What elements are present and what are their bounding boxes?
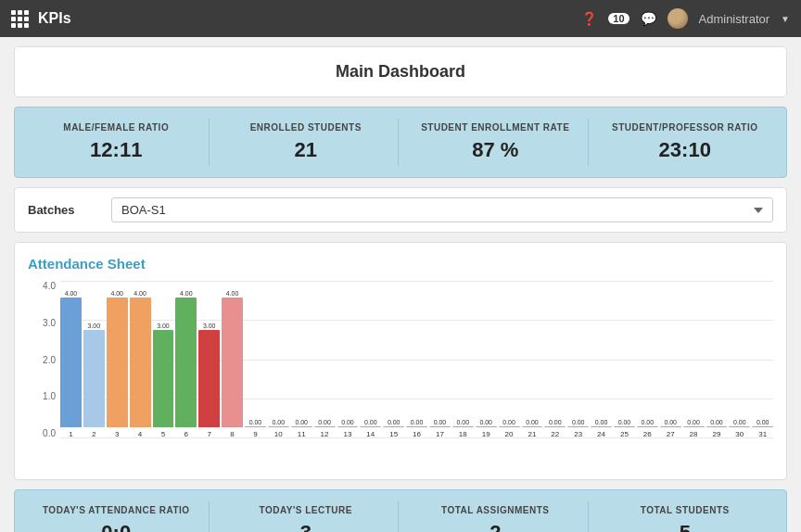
bottom-value: 5 [603,521,769,532]
bottom-label: Today's Attendance Ratio [33,505,199,515]
chart-bars: 4.0013.0024.0034.0043.0054.0063.0074.008… [60,295,773,438]
bar-top-label: 0.00 [364,419,377,425]
bar-bottom-label: 15 [389,430,398,438]
kpi-value: 21 [223,138,389,162]
kpi-item: Male/Female Ratio 12:11 [24,119,210,166]
bar-bottom-label: 30 [735,430,744,438]
y-axis-label: 3.0 [43,318,56,328]
bar-top-label: 4.00 [134,290,146,297]
bar-bottom-label: 28 [690,430,698,438]
bar-group: 4.003 [107,290,128,438]
bottom-stat-item: Today's Lecture 3 [214,501,400,532]
batches-label: Batches [28,203,102,217]
bar [337,426,359,427]
bar [522,426,543,427]
bar-top-label: 0.00 [388,419,400,425]
notification-badge[interactable]: 10 [608,13,629,24]
chat-icon[interactable]: 💬 [641,11,656,26]
bar-bottom-label: 9 [253,430,257,438]
bar-bottom-label: 27 [667,430,675,438]
bar-group: 0.0024 [591,419,612,438]
bar-top-label: 0.00 [710,419,723,425]
bar-top-label: 0.00 [273,419,286,425]
bar [83,330,105,427]
bar [383,426,404,427]
bar-bottom-label: 29 [712,430,720,438]
bottom-value: 2 [413,521,578,532]
bar [660,426,681,427]
bar-bottom-label: 6 [184,430,188,438]
bar [60,298,82,427]
kpi-label: Enrolled Students [223,122,389,133]
bottom-label: Total Students [603,505,769,515]
bar-top-label: 0.00 [642,419,655,425]
bar [198,330,220,427]
bar-bottom-label: 13 [343,430,351,438]
app-title: KPIs [38,10,71,27]
bar [544,426,566,427]
bar-top-label: 0.00 [526,419,539,425]
bar-top-label: 0.00 [249,419,262,425]
bar-top-label: 3.00 [157,323,170,329]
bar [476,426,497,427]
bottom-label: Today's Lecture [223,505,389,515]
y-axis-label: 4.0 [43,281,56,291]
avatar[interactable] [668,8,688,29]
bar-bottom-label: 22 [551,430,559,438]
bar-group: 0.0021 [522,419,543,438]
bottom-value: 3 [223,521,389,532]
bar-bottom-label: 7 [207,430,210,438]
bar-bottom-label: 14 [366,430,375,438]
bar-top-label: 4.00 [226,290,239,297]
bar-group: 4.001 [60,290,82,438]
bar-top-label: 0.00 [479,419,492,425]
bar [406,426,427,427]
bar [291,426,312,427]
question-icon[interactable]: ❓ [581,11,597,26]
bar-bottom-label: 12 [321,430,329,438]
bottom-row: Today's Attendance Ratio 0:0Today's Lect… [14,489,787,532]
bar-top-label: 0.00 [549,419,562,425]
grid-icon[interactable] [11,10,29,28]
bar-top-label: 0.00 [502,419,515,425]
dashboard-title: Main Dashboard [30,62,771,82]
bar [360,426,381,427]
admin-label: Administrator [699,12,770,26]
bar-bottom-label: 5 [161,430,165,438]
kpi-label: Male/Female Ratio [33,122,199,133]
bar-bottom-label: 20 [505,430,514,438]
bar-group: 0.0014 [360,419,381,438]
batches-row: Batches BOA-S1BOA-S2BOA-S3 [14,187,787,233]
bar [153,330,174,427]
bar-top-label: 4.00 [180,290,193,297]
y-axis-label: 1.0 [43,391,56,401]
kpi-value: 12:11 [33,138,199,162]
bar [729,426,750,427]
kpi-item: Student/Professor Ratio 23:10 [593,119,778,166]
bar-group: 0.0016 [406,419,427,438]
nav-right: ❓ 10 💬 Administrator ▼ [581,8,790,29]
bar-bottom-label: 17 [436,430,444,438]
bar-group: 0.0026 [637,419,658,438]
bar-top-label: 0.00 [618,419,631,425]
attendance-title: Attendance Sheet [28,256,773,272]
title-card: Main Dashboard [14,46,787,97]
bar-top-label: 3.00 [88,323,101,329]
bar-bottom-label: 4 [138,430,142,438]
batches-select[interactable]: BOA-S1BOA-S2BOA-S3 [111,197,773,222]
bar-group: 3.005 [153,323,174,438]
y-axis-label: 0.0 [43,428,56,438]
bar-bottom-label: 10 [274,430,283,438]
bar-top-label: 0.00 [457,419,470,425]
bar [591,426,612,427]
bar [245,426,266,427]
bar-bottom-label: 21 [528,430,536,438]
bar-top-label: 0.00 [295,419,308,425]
bar-top-label: 0.00 [318,419,331,425]
kpi-row: Male/Female Ratio 12:11Enrolled Students… [14,107,787,178]
bar-top-label: 0.00 [411,419,424,425]
bar-group: 4.004 [130,290,151,438]
bar [130,298,151,427]
bar-group: 3.002 [83,323,105,438]
chevron-down-icon[interactable]: ▼ [781,14,790,24]
